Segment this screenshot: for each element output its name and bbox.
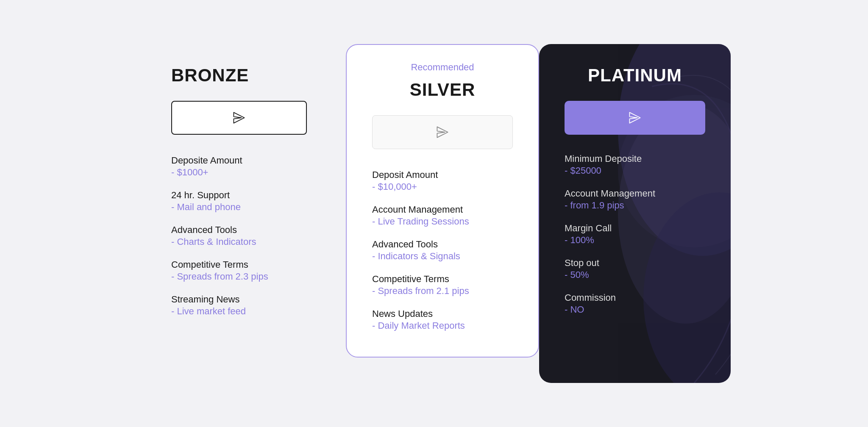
pricing-container: BRONZE Deposite Amount - $1000+ 24 hr. S…	[137, 44, 731, 383]
bronze-feature-2: Advanced Tools - Charts & Indicators	[171, 225, 312, 247]
platinum-card: PLATINUM Minimum Deposite - $25000 Accou…	[539, 44, 731, 383]
bronze-feature-0: Deposite Amount - $1000+	[171, 155, 312, 178]
bronze-feature-list: Deposite Amount - $1000+ 24 hr. Support …	[171, 155, 312, 317]
bronze-feature-3: Competitive Terms - Spreads from 2.3 pip…	[171, 259, 312, 282]
silver-feature-2: Advanced Tools - Indicators & Signals	[372, 239, 513, 262]
send-icon	[435, 125, 450, 140]
bronze-cta-button[interactable]	[171, 101, 307, 135]
platinum-feature-3: Stop out - 50%	[565, 258, 705, 280]
bronze-title: BRONZE	[171, 65, 312, 86]
silver-feature-list: Deposit Amount - $10,000+ Account Manage…	[372, 169, 513, 331]
recommended-label: Recommended	[372, 62, 513, 73]
bronze-feature-1: 24 hr. Support - Mail and phone	[171, 190, 312, 213]
silver-title: SILVER	[372, 80, 513, 100]
bronze-button-wrap	[171, 101, 312, 135]
platinum-feature-1: Account Management - from 1.9 pips	[565, 188, 705, 211]
silver-cta-button[interactable]	[372, 115, 513, 149]
silver-card: Recommended SILVER Deposit Amount - $10,…	[346, 44, 539, 358]
bronze-card: BRONZE Deposite Amount - $1000+ 24 hr. S…	[137, 44, 346, 342]
platinum-feature-2: Margin Call - 100%	[565, 223, 705, 246]
platinum-feature-0: Minimum Deposite - $25000	[565, 153, 705, 176]
silver-feature-0: Deposit Amount - $10,000+	[372, 169, 513, 192]
platinum-title: PLATINUM	[565, 65, 705, 86]
silver-feature-3: Competitive Terms - Spreads from 2.1 pip…	[372, 274, 513, 297]
silver-button-wrap	[372, 115, 513, 149]
platinum-feature-4: Commission - NO	[565, 292, 705, 315]
silver-feature-1: Account Management - Live Trading Sessio…	[372, 204, 513, 227]
platinum-button-wrap	[565, 101, 705, 135]
silver-feature-4: News Updates - Daily Market Reports	[372, 308, 513, 331]
send-icon	[627, 110, 643, 125]
platinum-feature-list: Minimum Deposite - $25000 Account Manage…	[565, 153, 705, 315]
platinum-content: PLATINUM Minimum Deposite - $25000 Accou…	[565, 65, 705, 315]
bronze-feature-4: Streaming News - Live market feed	[171, 294, 312, 317]
platinum-cta-button[interactable]	[565, 101, 705, 135]
send-icon	[231, 110, 247, 125]
